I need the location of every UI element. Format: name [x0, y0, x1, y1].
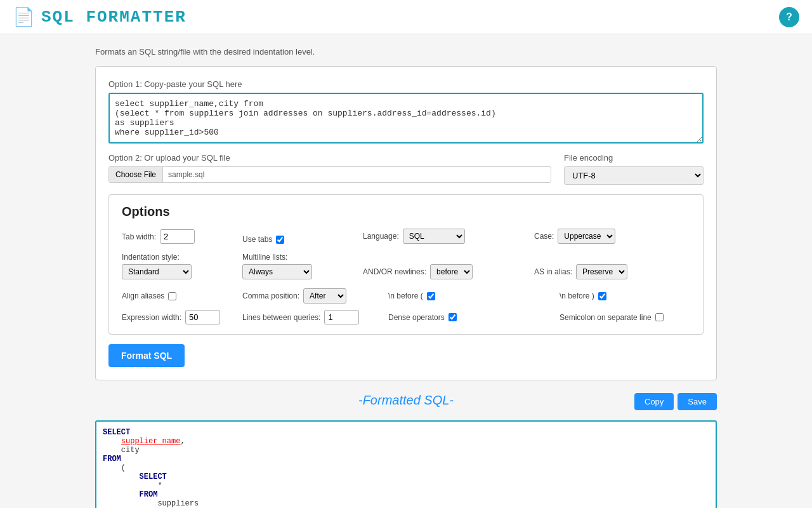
expression-width-group: Expression width:: [122, 310, 236, 324]
dense-operators-group: Dense operators: [388, 313, 553, 322]
file-input-container: Choose File sample.sql: [108, 166, 551, 183]
file-upload-area: Option 2: Or upload your SQL file Choose…: [108, 153, 551, 183]
align-aliases-group: Align aliases: [122, 291, 236, 300]
copy-button[interactable]: Copy: [634, 393, 674, 410]
n-before-open-checkbox[interactable]: [427, 292, 435, 300]
file-encoding-select[interactable]: UTF-8 UTF-16 ISO-8859-1 ASCII: [564, 166, 704, 185]
expression-width-label: Expression width:: [122, 313, 181, 322]
language-label: Language:: [363, 232, 399, 241]
indentation-style-group: Indentation style: Standard Tabular left…: [122, 253, 236, 279]
save-button[interactable]: Save: [678, 393, 717, 410]
file-encoding-label: File encoding: [564, 153, 704, 163]
semicolon-group: Semicolon on separate line: [560, 313, 724, 322]
output-line: suppliers: [103, 499, 709, 508]
input-card: Option 1: Copy-paste your SQL here selec…: [95, 66, 717, 380]
align-aliases-label: Align aliases: [122, 291, 164, 300]
logo-icon: 📄: [13, 6, 35, 27]
multiline-lists-group: Multiline lists: Always Never Avoid: [242, 253, 357, 279]
output-line: FROM: [103, 455, 709, 464]
tab-width-input[interactable]: [160, 229, 195, 244]
output-line: city: [103, 446, 709, 455]
and-or-group: AND/OR newlines: before after: [363, 264, 528, 279]
formatted-title: -Formatted SQL-: [358, 393, 454, 408]
formatted-output[interactable]: SELECT supplier_name, city FROM ( SELECT…: [95, 420, 717, 508]
and-or-select[interactable]: before after: [430, 264, 473, 279]
multiline-lists-select[interactable]: Always Never Avoid: [242, 264, 312, 279]
as-alias-select[interactable]: Preserve Always Never: [576, 264, 627, 279]
formatted-actions: Copy Save: [634, 393, 717, 410]
case-select[interactable]: Uppercase Lowercase Preserve: [558, 229, 615, 244]
language-select[interactable]: SQL MySQL PostgreSQL MariaDB SQLite: [403, 229, 465, 244]
lines-between-queries-group: Lines between queries:: [242, 310, 382, 324]
and-or-label: AND/OR newlines:: [363, 267, 426, 276]
case-group: Case: Uppercase Lowercase Preserve: [534, 229, 699, 244]
formatted-section: -Formatted SQL- Copy Save SELECT supplie…: [95, 393, 717, 508]
semicolon-label: Semicolon on separate line: [560, 313, 652, 322]
options-title: Options: [122, 204, 690, 219]
output-line: FROM: [103, 490, 709, 499]
format-sql-button[interactable]: Format SQL: [108, 344, 185, 367]
semicolon-checkbox[interactable]: [655, 313, 664, 321]
output-line: SELECT: [103, 428, 709, 437]
expression-width-input[interactable]: [185, 310, 220, 324]
sql-input[interactable]: select supplier_name,city from (select *…: [108, 93, 704, 144]
option1-label: Option 1: Copy-paste your SQL here: [108, 79, 704, 89]
tab-width-group: Tab width:: [122, 229, 236, 244]
n-before-close-label: \n before ): [560, 291, 594, 300]
n-before-open-label: \n before (: [388, 291, 423, 300]
as-alias-label: AS in alias:: [534, 267, 572, 276]
comma-position-group: Comma position: After Before: [242, 288, 382, 304]
multiline-lists-label: Multiline lists:: [242, 253, 357, 262]
file-name-display: sample.sql: [163, 167, 551, 182]
comma-position-label: Comma position:: [242, 291, 299, 300]
align-aliases-checkbox[interactable]: [168, 292, 176, 300]
indentation-style-label: Indentation style:: [122, 253, 236, 262]
lines-between-queries-input[interactable]: [324, 310, 359, 324]
use-tabs-label: Use tabs: [242, 235, 272, 244]
output-line: (: [103, 464, 709, 472]
n-before-close-checkbox[interactable]: [598, 292, 606, 300]
file-encoding-area: File encoding UTF-8 UTF-16 ISO-8859-1 AS…: [564, 153, 704, 185]
page-subtitle: Formats an SQL string/file with the desi…: [95, 47, 717, 57]
dense-operators-checkbox[interactable]: [449, 313, 457, 321]
n-before-close-group: \n before ): [560, 291, 724, 300]
use-tabs-group: Use tabs: [242, 235, 357, 244]
option2-label: Option 2: Or upload your SQL file: [108, 153, 551, 163]
comma-position-select[interactable]: After Before: [303, 288, 346, 304]
output-line: *: [103, 481, 709, 490]
choose-file-button[interactable]: Choose File: [109, 167, 163, 182]
tab-width-label: Tab width:: [122, 232, 156, 241]
output-line: supplier_name,: [103, 437, 709, 446]
app-title: SQL FORMATTER: [41, 8, 187, 27]
help-button[interactable]: ?: [779, 7, 799, 27]
options-section: Options Tab width: Use tabs Language: SQ…: [108, 194, 704, 335]
logo-area: 📄 SQL FORMATTER: [13, 6, 187, 27]
n-before-open-group: \n before (: [388, 291, 553, 300]
language-group: Language: SQL MySQL PostgreSQL MariaDB S…: [363, 229, 528, 244]
formatted-header: -Formatted SQL- Copy Save: [95, 393, 717, 414]
lines-between-queries-label: Lines between queries:: [242, 313, 320, 322]
as-alias-group: AS in alias: Preserve Always Never: [534, 264, 699, 279]
use-tabs-checkbox[interactable]: [276, 236, 284, 244]
case-label: Case:: [534, 232, 554, 241]
file-row: Option 2: Or upload your SQL file Choose…: [108, 153, 704, 185]
output-line: SELECT: [103, 472, 709, 481]
indentation-style-select[interactable]: Standard Tabular left Tabular right: [122, 264, 192, 279]
dense-operators-label: Dense operators: [388, 313, 445, 322]
